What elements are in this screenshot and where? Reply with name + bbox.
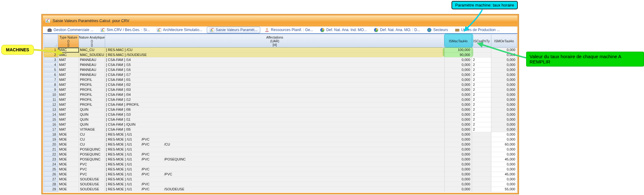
cell-type-nature[interactable]: MAT xyxy=(58,127,79,132)
cell-ismoetauho[interactable]: 0,000 xyxy=(491,63,517,67)
cell-ismactauho[interactable]: 0,000 xyxy=(445,172,472,177)
cell-affectations[interactable]: [ RES-MOE ] /U1 xyxy=(105,132,445,137)
row-number[interactable]: 8 xyxy=(44,82,58,87)
cell-type-nature[interactable]: MAC xyxy=(58,48,79,53)
tab-gestion-commerciale[interactable]: Gestion Commerciale ... xyxy=(45,27,96,33)
cell-ismactauho[interactable]: 0,000 xyxy=(445,162,472,167)
cell-ismoetauho[interactable]: 0,000 xyxy=(491,182,517,187)
cell-ismactauho[interactable]: 0,000 xyxy=(445,92,472,97)
cell-ismoetauho[interactable]: 0,000 xyxy=(491,107,517,112)
cell-ismactauho[interactable]: 0,000 xyxy=(445,147,472,152)
cell-type-nature[interactable]: MOE xyxy=(58,187,79,192)
cell-ismoetauho[interactable]: 45,000 xyxy=(491,172,517,177)
cell-ismoetauho[interactable]: 0,000 xyxy=(491,97,517,102)
cell-iscsaprity[interactable]: 2 xyxy=(472,72,491,77)
cell-type-nature[interactable]: MAT xyxy=(58,122,79,127)
cell-nature-analytique[interactable]: PROFIL xyxy=(79,97,105,102)
cell-nature-analytique[interactable]: PROFIL xyxy=(79,87,105,92)
cell-iscsaprity[interactable]: 2 xyxy=(472,117,491,122)
cell-ismactauho[interactable]: 0,000 xyxy=(445,187,472,192)
cell-nature-analytique[interactable]: PANNEAU xyxy=(79,63,105,67)
row-number[interactable]: 2 xyxy=(44,53,58,58)
cell-ismactauho[interactable]: 0,000 xyxy=(445,58,472,63)
cell-affectations[interactable]: [ RES-MOE ] /U1/PVC xyxy=(105,182,445,187)
cell-affectations[interactable]: [ RES-MOE ] /U1/PVC/PVC xyxy=(105,172,445,177)
col-header-affectations[interactable]: Affectations (UAR) [H] xyxy=(105,35,445,48)
cell-affectations[interactable]: [ CSA-FAM ] /QUIN xyxy=(105,122,445,127)
cell-ismactauho[interactable]: 0,000 xyxy=(445,102,472,107)
cell-ismoetauho[interactable]: 0,000 xyxy=(491,48,517,53)
cell-type-nature[interactable]: MOE xyxy=(58,162,79,167)
cell-nature-analytique[interactable]: PROFIL xyxy=(79,102,105,107)
row-number[interactable]: 23 xyxy=(44,157,58,162)
cell-ismactauho[interactable]: 0,000 xyxy=(445,177,472,182)
cell-iscsaprity[interactable]: 2 xyxy=(472,87,491,92)
cell-nature-analytique[interactable]: QUIN xyxy=(79,112,105,117)
cell-iscsaprity[interactable] xyxy=(472,157,491,162)
cell-type-nature[interactable]: MOE xyxy=(58,167,79,172)
cell-ismoetauho[interactable]: 0,000 xyxy=(491,87,517,92)
cell-type-nature[interactable]: MOE xyxy=(58,182,79,187)
cell-affectations[interactable]: [ CSA-FAM ] /PROFIL xyxy=(105,102,445,107)
cell-type-nature[interactable]: MOE xyxy=(58,142,79,147)
cell-ismoetauho[interactable]: 0,000 xyxy=(491,67,517,72)
cell-affectations[interactable]: [ RES-MOE ] /U1 xyxy=(105,147,445,152)
window-titlebar[interactable]: Saisie Valeurs Paramètres Calcul pour CR… xyxy=(43,16,517,26)
cell-affectations[interactable]: [ RES-MOE ] /U1 xyxy=(105,162,445,167)
cell-type-nature[interactable]: MAT xyxy=(58,107,79,112)
row-number[interactable]: 12 xyxy=(44,102,58,107)
cell-ismactauho[interactable]: 0,000 xyxy=(445,182,472,187)
cell-ismoetauho[interactable]: 0,000 xyxy=(491,53,517,58)
cell-affectations[interactable]: [ CSA-FAM ] /15 xyxy=(105,63,445,67)
cell-ismoetauho[interactable]: 0,000 xyxy=(491,92,517,97)
cell-iscsaprity[interactable] xyxy=(472,152,491,157)
cell-ismactauho[interactable]: 0,000 xyxy=(445,152,472,157)
cell-ismoetauho[interactable]: 0,000 xyxy=(491,72,517,77)
col-header-nature-analytique[interactable]: Nature Analytique () [] xyxy=(79,35,105,48)
cell-affectations[interactable]: [ CSA-FAM ] /06 xyxy=(105,107,445,112)
cell-nature-analytique[interactable]: POSEQUINC xyxy=(79,147,105,152)
cell-type-nature[interactable]: MAT xyxy=(58,102,79,107)
cell-nature-analytique[interactable]: SOUDEUSE xyxy=(79,182,105,187)
cell-nature-analytique[interactable]: QUIN xyxy=(79,122,105,127)
col-header-type-nature[interactable]: Type Nature () [] xyxy=(58,35,79,48)
cell-affectations[interactable]: [ RES-MOE ] /U1/PVC/CU xyxy=(105,142,445,147)
cell-nature-analytique[interactable]: POSEQUINC xyxy=(79,152,105,157)
row-number[interactable]: 9 xyxy=(44,87,58,92)
tab-saisie-valeurs-param-t[interactable]: Saisie Valeurs Paramèt... xyxy=(207,27,261,33)
row-number[interactable]: 13 xyxy=(44,107,58,112)
tab-def-nat-ana-ind-mo[interactable]: Def. Nat. Ana. Ind. MO... xyxy=(317,27,369,33)
cell-affectations[interactable]: [ CSA-FAM ] /03 xyxy=(105,87,445,92)
row-number[interactable]: 18 xyxy=(44,132,58,137)
cell-nature-analytique[interactable]: PROFIL xyxy=(79,77,105,82)
cell-ismoetauho[interactable]: 0,000 xyxy=(491,137,517,142)
cell-type-nature[interactable]: MAC xyxy=(58,53,79,58)
cell-ismoetauho[interactable]: 0,000 xyxy=(491,132,517,137)
cell-ismoetauho[interactable]: 0,000 xyxy=(491,102,517,107)
row-number[interactable]: 27 xyxy=(44,177,58,182)
cell-type-nature[interactable]: MAT xyxy=(58,92,79,97)
cell-affectations[interactable]: [ CSA-FAM ] /17 xyxy=(105,72,445,77)
col-header-ismactauho[interactable]: ISMacTauHo xyxy=(445,35,472,48)
tab-def-nat-ana-mo-d[interactable]: Def. Nat. Ana. MO. : D... xyxy=(371,27,423,33)
cell-iscsaprity[interactable] xyxy=(472,187,491,192)
cell-iscsaprity[interactable]: 2 xyxy=(472,127,491,132)
cell-ismactauho[interactable]: 0,000 xyxy=(445,122,472,127)
cell-ismactauho[interactable]: 0,000 xyxy=(445,87,472,92)
row-number[interactable]: 28 xyxy=(44,182,58,187)
row-number[interactable]: 26 xyxy=(44,172,58,177)
col-header-ismoetauho[interactable]: ISMOeTauHo xyxy=(491,35,517,48)
cell-nature-analytique[interactable]: PANNEAU xyxy=(79,72,105,77)
cell-iscsaprity[interactable] xyxy=(472,48,491,53)
cell-iscsaprity[interactable] xyxy=(472,132,491,137)
cell-type-nature[interactable]: MOE xyxy=(58,157,79,162)
cell-nature-analytique[interactable]: VITRAGE xyxy=(79,127,105,132)
cell-ismoetauho[interactable]: 0,000 xyxy=(491,162,517,167)
cell-type-nature[interactable]: MAT xyxy=(58,112,79,117)
tab-secteurs[interactable]: Secteurs xyxy=(424,27,450,33)
cell-affectations[interactable]: [ RES-MAC ] /SOUDEUSE xyxy=(105,53,445,58)
cell-ismoetauho[interactable]: 45,000 xyxy=(491,157,517,162)
cell-type-nature[interactable]: MAT xyxy=(58,77,79,82)
tab-architecture-simulatio[interactable]: Architecture Simulatio... xyxy=(154,27,205,33)
col-header-iscsaprity[interactable]: ISCsaPriTy xyxy=(472,35,491,48)
